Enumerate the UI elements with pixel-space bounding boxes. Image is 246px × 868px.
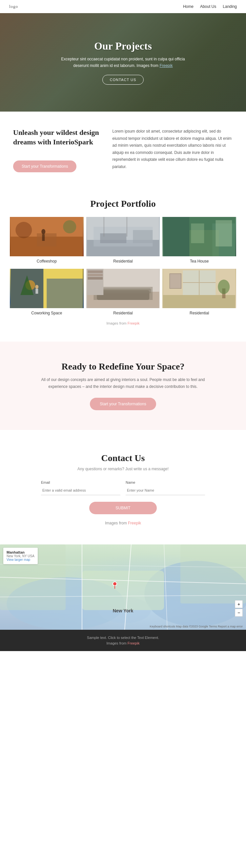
svg-rect-33 <box>88 271 103 273</box>
portfolio-item-coffeeshop[interactable]: Coffeeshop <box>10 217 84 266</box>
hero-section: Our Projects Excepteur sint occaecat cup… <box>0 13 246 112</box>
contact-credit: Images from Freepik <box>20 521 226 525</box>
portfolio-label-teahouse: Tea House <box>162 256 236 266</box>
portfolio-img-teahouse <box>162 217 236 256</box>
about-body: Lorem ipsum dolor sit amet, consectetur … <box>113 128 233 170</box>
submit-button[interactable]: SUBMIT <box>89 502 156 514</box>
about-transform-button[interactable]: Start your Transformations <box>13 160 76 172</box>
portfolio-img-residential3 <box>162 269 236 308</box>
footer: Sample text. Click to select the Text El… <box>0 630 246 651</box>
svg-point-43 <box>218 280 230 294</box>
map-background: Manhattan New York, NY USA View larger m… <box>0 545 246 630</box>
portfolio-label-residential1: Residential <box>86 256 160 266</box>
svg-rect-19 <box>191 223 204 243</box>
svg-rect-35 <box>88 277 103 280</box>
portfolio-item-residential2[interactable]: Residential <box>86 269 160 318</box>
hero-contact-button[interactable]: CONTACT US <box>102 75 144 85</box>
map-zoom-controls: + − <box>235 600 243 617</box>
map-location: Manhattan <box>6 550 34 554</box>
svg-rect-11 <box>133 230 153 243</box>
contact-title: Contact Us <box>20 453 226 463</box>
portfolio-item-coworking[interactable]: Coworking Space <box>10 269 84 318</box>
map-zoom-out[interactable]: − <box>235 609 243 617</box>
svg-point-57 <box>113 582 117 586</box>
hero-title: Our Projects <box>94 40 152 52</box>
portfolio-item-residential1[interactable]: Residential <box>86 217 160 266</box>
footer-freepik-link[interactable]: Freepik <box>128 641 140 645</box>
portfolio-img-coworking <box>10 269 84 308</box>
portfolio-label-residential3: Residential <box>162 308 236 318</box>
cta-section: Ready to Redefine Your Space? All of our… <box>0 342 246 430</box>
nav-home[interactable]: Home <box>183 4 193 9</box>
svg-rect-6 <box>42 234 44 241</box>
contact-section: Contact Us Any questions or remarks? Jus… <box>0 436 246 545</box>
cta-transform-button[interactable]: Start your Transformations <box>90 398 156 410</box>
portfolio-item-residential3[interactable]: Residential <box>162 269 236 318</box>
portfolio-section: Project Portfolio Coffeeshop <box>0 189 246 335</box>
map-attribution: Keyboard shortcuts Map data ©2023 Google… <box>150 625 243 628</box>
portfolio-item-teahouse[interactable]: Tea House <box>162 217 236 266</box>
about-section: Unleash your wildest design dreams with … <box>0 112 246 189</box>
svg-rect-13 <box>126 217 127 237</box>
portfolio-img-coffeeshop <box>10 217 84 256</box>
about-left: Unleash your wildest design dreams with … <box>13 128 99 172</box>
nav-landing[interactable]: Landing <box>223 4 237 9</box>
svg-rect-15 <box>163 217 190 256</box>
svg-rect-18 <box>216 220 232 246</box>
hero-freepik-link[interactable]: Freepik <box>159 63 173 68</box>
svg-rect-22 <box>47 279 83 308</box>
name-input[interactable] <box>126 486 205 495</box>
contact-form: Email Name SUBMIT <box>20 480 226 514</box>
about-heading: Unleash your wildest design dreams with … <box>13 128 99 147</box>
svg-point-2 <box>16 222 32 238</box>
svg-rect-12 <box>103 217 104 237</box>
map-city-label: New York <box>113 608 133 613</box>
portfolio-img-residential1 <box>86 217 160 256</box>
portfolio-label-coworking: Coworking Space <box>10 308 84 318</box>
about-right: Lorem ipsum dolor sit amet, consectetur … <box>113 128 233 170</box>
cta-title: Ready to Redefine Your Space? <box>26 361 220 372</box>
hero-subtitle: Excepteur sint occaecat cupidatat non pr… <box>54 56 192 69</box>
navbar: logo Home About Us Landing <box>0 0 246 13</box>
svg-rect-4 <box>37 233 56 246</box>
footer-credits: Images from Freepik <box>6 641 240 645</box>
svg-rect-44 <box>170 274 181 288</box>
map-section: Manhattan New York, NY USA View larger m… <box>0 545 246 630</box>
portfolio-label-coffeeshop: Coffeeshop <box>10 256 84 266</box>
portfolio-label-residential2: Residential <box>86 308 160 318</box>
map-overlay: Manhattan New York, NY USA View larger m… <box>3 548 38 564</box>
map-address: New York, NY USA <box>6 554 34 558</box>
svg-rect-25 <box>35 289 38 294</box>
contact-freepik-link[interactable]: Freepik <box>128 521 141 525</box>
contact-subtitle: Any questions or remarks? Just write us … <box>20 467 226 471</box>
svg-point-3 <box>63 220 76 233</box>
nav-about[interactable]: About Us <box>200 4 216 9</box>
svg-rect-48 <box>82 571 164 610</box>
map-zoom-in[interactable]: + <box>235 600 243 608</box>
email-input[interactable] <box>41 486 120 495</box>
email-label: Email <box>41 480 120 484</box>
portfolio-img-residential2 <box>86 269 160 308</box>
cta-body: All of our design concepts are aimed at … <box>38 376 208 390</box>
svg-point-24 <box>35 285 38 289</box>
footer-sample-text[interactable]: Sample text. Click to select the Text El… <box>6 636 240 640</box>
svg-rect-34 <box>88 274 103 276</box>
portfolio-credit: Images from Freepik <box>10 321 236 329</box>
svg-point-5 <box>41 229 45 234</box>
portfolio-title: Project Portfolio <box>10 198 236 209</box>
name-label: Name <box>126 480 205 484</box>
map-larger-link[interactable]: View larger map <box>6 558 30 561</box>
svg-rect-50 <box>180 545 246 603</box>
form-row: Email Name <box>41 480 205 495</box>
svg-rect-31 <box>95 288 151 293</box>
logo: logo <box>9 4 18 9</box>
portfolio-grid: Coffeeshop Residential <box>10 217 236 318</box>
portfolio-freepik-link[interactable]: Freepik <box>128 321 140 325</box>
nav-links: Home About Us Landing <box>183 4 237 9</box>
